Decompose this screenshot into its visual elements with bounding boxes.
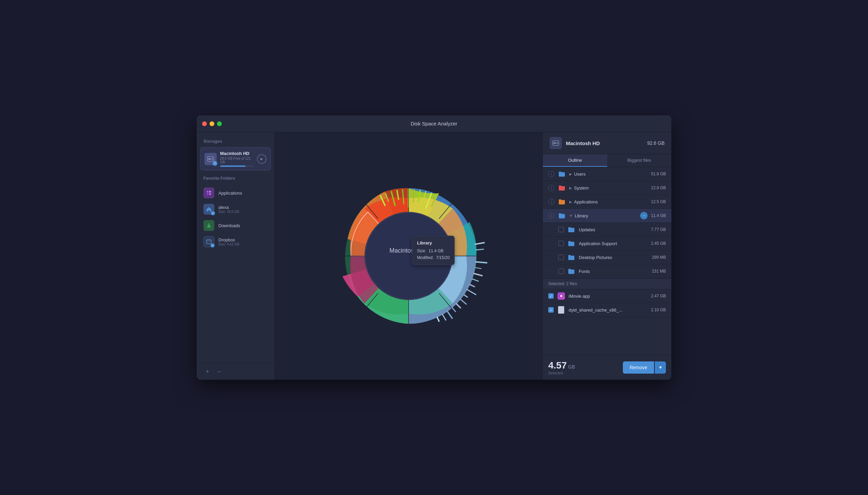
doc-icon [558,306,564,313]
rp-row-library[interactable]: i ▼ Library → 11.4 GB [543,209,671,223]
svg-rect-31 [446,310,453,319]
checkbox-imovie[interactable] [548,293,554,299]
svg-rect-26 [466,289,476,295]
imovie-icon [557,292,565,300]
rp-subrow-appsupport[interactable]: Application Support 2.45 GB [543,237,671,251]
remove-btn-group: Remove ▼ [623,361,666,374]
rp-bottom-bar: 4.57 GB Selected Remove ▼ [543,355,671,380]
close-button[interactable] [202,121,207,126]
dyld-size: 2.10 GB [651,308,666,312]
rp-row-system[interactable]: i ▶ System 12.8 GB [543,181,671,195]
info-icon-users[interactable]: i [548,171,555,177]
folder-icon-desktoppictures [567,253,575,261]
sidebar-item-applications[interactable]: Applications [197,185,274,201]
rp-row-applications[interactable]: i ▶ Applications 12.5 GB [543,195,671,209]
svg-rect-21 [475,261,487,263]
alexa-check-icon: ✓ [211,211,215,215]
rp-title: Macintosh HD [566,140,643,146]
svg-marker-48 [560,295,562,297]
chart-area: Macintosh HD Library Size: 11.4 GB Modif… [275,132,543,380]
storage-sub: 28.5 GB Free of 121 GB [220,157,254,164]
sidebar: Storages ✓ Macintosh HD 28.5 GB Free of … [197,132,275,380]
storage-icon-wrap: ✓ [204,153,217,165]
users-size: 51.8 GB [651,172,666,176]
sidebar-item-dropbox[interactable]: ✓ Dropbox Size: 4.52 GB [197,234,274,250]
rp-file-imovie[interactable]: iMovie.app 2.47 GB [543,289,671,303]
add-folder-button[interactable]: + [203,368,211,376]
rp-header: Macintosh HD 92.6 GB [543,132,671,154]
fonts-label: Fonts [579,269,649,274]
desktoppictures-size: 299 MB [652,255,666,260]
traffic-lights [202,121,222,126]
folder-icon-users [558,170,566,178]
svg-rect-22 [475,267,481,269]
downloads-info: Downloads [218,223,240,228]
checkbox-appsupport[interactable] [558,241,564,246]
tab-outline[interactable]: Outline [543,154,607,167]
alexa-info: alexa Size: 18.0 GB [218,205,239,214]
checkbox-dyld[interactable] [548,307,554,312]
minimize-button[interactable] [209,121,214,126]
checkbox-updates[interactable] [558,227,564,232]
storage-item-macintosh-hd[interactable]: ✓ Macintosh HD 28.5 GB Free of 121 GB ▶ [200,147,271,171]
sidebar-bottom: + − [197,363,274,380]
svg-rect-28 [460,299,467,305]
folder-icon-fonts [567,267,575,275]
checkbox-desktoppictures[interactable] [558,255,564,260]
sidebar-item-alexa[interactable]: ✓ alexa Size: 18.0 GB [197,201,274,217]
selected-label-text: Selected [548,371,575,375]
sidebar-item-downloads[interactable]: Downloads [197,217,274,234]
dyld-label: dyld_shared_cache_x86_... [568,308,648,312]
svg-rect-32 [442,313,446,321]
library-label: ▼ Library [569,213,637,218]
library-go-arrow[interactable]: → [640,212,648,219]
selected-size-info: 4.57 GB Selected [548,360,575,375]
rp-file-dyld[interactable]: dyld_shared_cache_x86_... 2.10 GB [543,303,671,317]
titlebar: Disk Space Analyzer [197,115,671,132]
dyld-file-icon [557,306,565,314]
svg-rect-25 [469,284,475,288]
checkbox-fonts[interactable] [558,269,564,274]
folder-icon-system [558,184,566,192]
svg-rect-33 [436,317,440,322]
tooltip-size: Size: 11.4 GB [417,248,449,254]
tab-biggest-files[interactable]: Biggest files [607,154,672,167]
applications-icon [203,187,214,198]
dropbox-icon: ✓ [203,236,214,247]
tooltip-modified: Modified: 7/15/20 [417,254,449,261]
svg-rect-30 [452,307,456,312]
donut-chart-container[interactable]: Macintosh HD Library Size: 11.4 GB Modif… [324,171,493,341]
rp-row-users[interactable]: i ▶ Users 51.8 GB [543,167,671,181]
info-icon-applications[interactable]: i [548,199,555,205]
info-icon-system[interactable]: i [548,185,555,191]
folder-icon-applications [558,198,566,206]
maximize-button[interactable] [217,121,222,126]
svg-rect-4 [209,191,211,192]
svg-rect-29 [456,303,461,309]
remove-dropdown-button[interactable]: ▼ [655,361,666,374]
main-window: Disk Space Analyzer Storages ✓ [197,115,671,380]
chart-tooltip: Library Size: 11.4 GB Modified: 7/15/20 [412,236,455,265]
check-badge-icon: ✓ [212,161,217,166]
scan-button[interactable]: ▶ [257,154,267,164]
rp-subrow-desktoppictures[interactable]: Desktop Pictures 299 MB [543,251,671,264]
info-icon-library[interactable]: i [548,212,555,219]
svg-rect-24 [472,278,479,282]
window-title: Disk Space Analyzer [411,121,457,126]
system-label: ▶ System [569,186,648,190]
applications-label: Applications [218,190,242,195]
tooltip-title: Library [417,239,449,247]
imovie-size: 2.47 GB [651,294,666,298]
rp-subrow-updates[interactable]: Updates 7.77 GB [543,223,671,237]
expand-arrow-system: ▶ [569,186,572,190]
dropbox-info: Dropbox Size: 4.52 GB [218,237,239,246]
rp-subrow-fonts[interactable]: Fonts 231 MB [543,264,671,278]
expand-arrow-users: ▶ [569,172,572,176]
selected-gb-unit: GB [568,364,575,370]
svg-point-46 [557,142,558,144]
selected-gb-number: 4.57 [548,360,567,371]
remove-folder-button[interactable]: − [215,368,223,376]
rp-tabs: Outline Biggest files [543,154,671,167]
remove-button[interactable]: Remove [623,361,654,374]
svg-rect-3 [207,191,208,192]
